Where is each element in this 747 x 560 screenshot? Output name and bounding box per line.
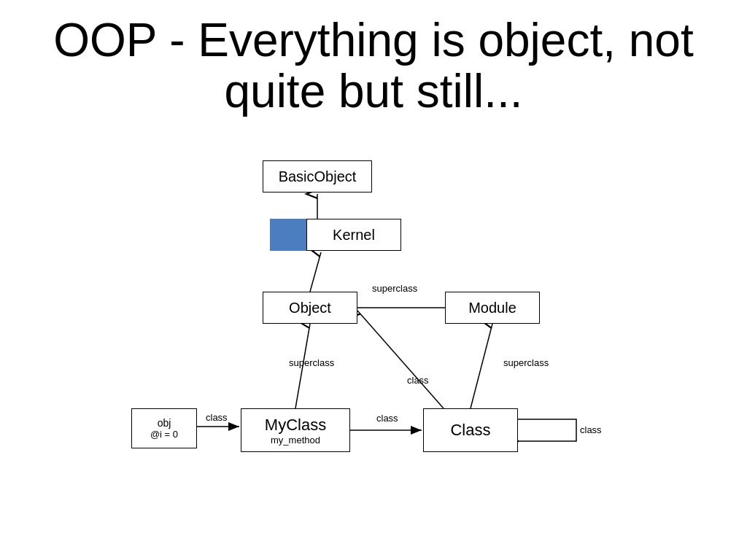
node-module: Module [445,292,540,324]
svg-line-6 [357,311,444,408]
label-superclass-obj-module: superclass [372,283,417,294]
label-class-self: class [580,424,602,435]
diagram-area: superclass superclass superclass class c… [0,160,747,560]
svg-line-2 [310,252,321,292]
label-superclass-myclass-obj: superclass [289,357,334,368]
node-kernel: Kernel [306,219,401,251]
page-title: OOP - Everything is object, not quite bu… [0,0,747,125]
label-class-obj-myclass: class [206,412,228,423]
svg-line-5 [471,324,492,408]
node-basicobject: BasicObject [263,160,372,192]
node-class: Class [423,408,518,452]
label-class-myclass-class: class [376,413,398,424]
node-obj: obj @i = 0 [131,408,197,448]
node-object: Object [263,292,357,324]
node-myclass: MyClass my_method [241,408,350,452]
label-class-class-obj: class [407,375,429,386]
label-superclass-class-module: superclass [503,357,549,368]
